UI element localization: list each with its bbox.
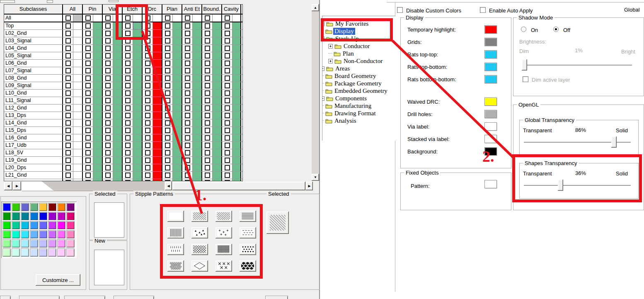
annotation-label-1: 1. bbox=[195, 186, 207, 204]
annotation-lines bbox=[0, 0, 644, 299]
annotation-rect-stipple-grid bbox=[160, 204, 263, 279]
annotation-rect-etch-column bbox=[116, 4, 148, 40]
annotation-label-2: 2. bbox=[482, 147, 494, 165]
annotation-rect-tree-display bbox=[321, 18, 393, 41]
color-and-visibility-dialog: SubclassesAllPinViaEtchDrcPlanAnti EtBou… bbox=[0, 0, 644, 299]
annotation-rect-shapes-transparency bbox=[512, 154, 642, 202]
